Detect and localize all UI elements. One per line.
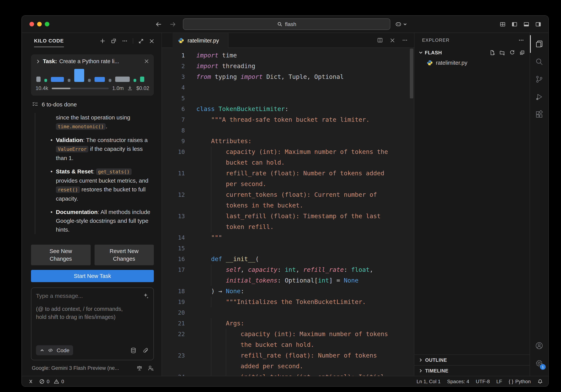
activity-search-button[interactable] xyxy=(530,53,548,70)
code-row: 7 """A thread-safe token bucket rate lim… xyxy=(162,114,414,125)
code-text: ) → None: xyxy=(185,286,244,297)
files-icon xyxy=(535,40,543,48)
line-number: 12 xyxy=(162,189,185,200)
new-folder-button[interactable] xyxy=(499,50,505,55)
chat-input-box[interactable]: Type a message... (@ to add context, / f… xyxy=(31,287,154,360)
line-number: 6 xyxy=(162,104,185,114)
close-task-button[interactable] xyxy=(144,59,149,64)
condense-context-icon[interactable] xyxy=(127,85,133,91)
code-row: 1import time xyxy=(162,50,414,61)
code-row: 21 Args: xyxy=(162,318,414,329)
navigate-back-button[interactable] xyxy=(155,21,162,27)
usage-bar xyxy=(74,69,84,82)
code-row: the bucket can hold. xyxy=(162,339,414,350)
settings-button[interactable]: 1 xyxy=(530,354,548,372)
file-row-ratelimiter[interactable]: ratelimiter.py xyxy=(414,57,530,68)
minimize-window-button[interactable] xyxy=(37,22,42,26)
customize-layout-button[interactable] xyxy=(499,21,506,27)
indent-guide xyxy=(211,157,211,168)
tab-ratelimiter[interactable]: ratelimiter.py xyxy=(173,33,228,48)
command-center-search[interactable]: flash xyxy=(183,18,390,30)
search-icon xyxy=(277,22,282,27)
indent-guide xyxy=(226,329,226,339)
activity-run-debug-button[interactable] xyxy=(530,88,548,106)
usage-bar xyxy=(44,79,47,82)
collapse-folders-button[interactable] xyxy=(519,50,525,55)
search-value: flash xyxy=(285,21,296,27)
navigate-forward-button[interactable] xyxy=(170,21,176,27)
close-window-button[interactable] xyxy=(30,22,34,26)
encoding-setting[interactable]: UTF-8 xyxy=(476,378,490,384)
indentation-setting[interactable]: Spaces: 4 xyxy=(447,378,469,384)
inline-code: ValueError xyxy=(56,146,89,152)
warning-icon xyxy=(54,378,59,384)
code-text xyxy=(185,307,196,318)
code-row: tokens in the bucket. xyxy=(162,200,414,211)
mode-selector[interactable]: Code xyxy=(36,345,73,355)
code-text: Args: xyxy=(185,318,244,329)
expand-panel-button[interactable] xyxy=(138,38,144,44)
account-button[interactable] xyxy=(530,337,548,354)
todos-row[interactable]: 6 to-dos done xyxy=(22,99,162,109)
code-editor[interactable]: 1import time2import threading3from typin… xyxy=(162,48,414,376)
model-name[interactable]: Google: Gemini 3 Flash Preview (ne... xyxy=(32,365,132,371)
attach-file-icon[interactable] xyxy=(142,347,149,354)
enhance-prompt-icon[interactable] xyxy=(142,293,149,299)
new-task-button[interactable] xyxy=(99,38,106,44)
line-number: 3 xyxy=(162,72,185,82)
editor-actions-more-button[interactable] xyxy=(402,37,408,43)
context-database-icon[interactable] xyxy=(130,347,137,354)
chevron-right-icon xyxy=(418,368,423,373)
open-in-editor-button[interactable] xyxy=(111,38,117,44)
language-mode[interactable]: { } Python xyxy=(508,378,531,384)
notifications-bell-button[interactable] xyxy=(537,378,543,384)
eol-setting[interactable]: LF xyxy=(496,378,502,384)
task-card[interactable]: Task: Create a Python rate li... 10.4k 1… xyxy=(31,54,154,96)
see-new-changes-button[interactable]: See New Changes xyxy=(31,245,90,265)
code-row: 15 xyxy=(162,243,414,254)
close-panel-button[interactable] xyxy=(149,38,155,44)
md-bullet: •Validation: The constructor raises a Va… xyxy=(56,136,153,162)
toggle-primary-sidebar-button[interactable] xyxy=(511,21,518,27)
problems-indicator[interactable]: 0 0 xyxy=(39,378,64,384)
code-row: 13 last_refill (float): Timestamp of the… xyxy=(162,211,414,222)
tab-label: ratelimiter.py xyxy=(187,37,219,44)
usage-bar xyxy=(68,79,70,82)
line-number: 2 xyxy=(162,61,185,72)
task-cost: $0.02 xyxy=(136,85,149,91)
outline-section[interactable]: OUTLINE xyxy=(414,354,530,365)
more-options-button[interactable] xyxy=(122,38,128,44)
agent-profile-icon[interactable] xyxy=(147,365,154,371)
new-file-button[interactable] xyxy=(489,50,495,55)
timeline-section[interactable]: TIMELINE xyxy=(414,365,530,376)
activity-extensions-button[interactable] xyxy=(530,106,548,123)
toggle-secondary-sidebar-button[interactable] xyxy=(535,21,541,27)
revert-new-changes-button[interactable]: Revert New Changes xyxy=(94,245,154,265)
python-file-icon xyxy=(427,60,433,66)
usage-bar xyxy=(109,79,111,82)
activity-source-control-button[interactable] xyxy=(530,70,548,88)
split-editor-button[interactable] xyxy=(377,37,383,43)
copilot-menu-button[interactable] xyxy=(395,21,407,28)
line-number xyxy=(162,200,185,211)
close-editor-button[interactable] xyxy=(389,37,395,43)
folder-section-flash[interactable]: FLASH xyxy=(414,47,530,57)
auto-approve-scale-icon[interactable] xyxy=(136,365,143,371)
line-number: 4 xyxy=(162,82,185,93)
refresh-explorer-button[interactable] xyxy=(509,50,515,55)
start-new-task-button[interactable]: Start New Task xyxy=(31,270,154,282)
remote-indicator[interactable] xyxy=(28,378,34,384)
remote-icon xyxy=(28,378,34,384)
code-row: 11 refill_rate (float): Number of tokens… xyxy=(162,168,414,179)
activity-explorer-button[interactable] xyxy=(530,35,548,53)
line-number xyxy=(162,179,185,189)
code-row: 22 capacity (int): Maximum number of tok… xyxy=(162,329,414,339)
zoom-window-button[interactable] xyxy=(45,22,49,26)
editor-scrollbar[interactable] xyxy=(410,49,413,98)
warning-count: 0 xyxy=(61,378,64,384)
cursor-position[interactable]: Ln 1, Col 1 xyxy=(417,378,441,384)
line-number: 16 xyxy=(162,254,185,264)
explorer-more-button[interactable] xyxy=(518,37,524,43)
code-row: 16 def __init__( xyxy=(162,254,414,264)
toggle-panel-button[interactable] xyxy=(523,21,530,27)
